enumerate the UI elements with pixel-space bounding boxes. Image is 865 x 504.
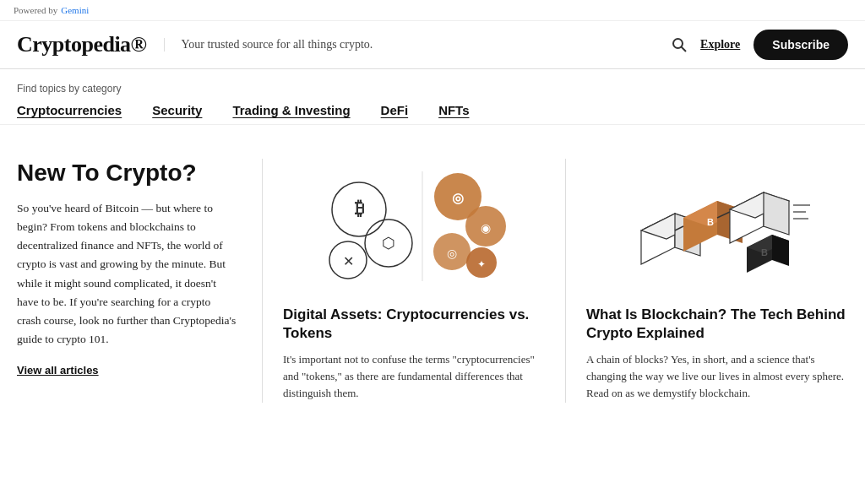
articles-area: ₿ ⬡ ✕ ◎ ◉ bbox=[262, 159, 848, 403]
subscribe-button[interactable]: Subscribe bbox=[753, 30, 848, 60]
article-digital-assets: ₿ ⬡ ✕ ◎ ◉ bbox=[262, 159, 545, 403]
article-digital-assets-image: ₿ ⬡ ✕ ◎ ◉ bbox=[283, 159, 545, 294]
category-label: Find topics by category bbox=[17, 83, 848, 95]
intro-body: So you've heard of Bitcoin — but where t… bbox=[17, 199, 237, 350]
coins-illustration: ₿ ⬡ ✕ ◎ ◉ bbox=[313, 163, 515, 290]
article-blockchain-body: A chain of blocks? Yes, in short, and a … bbox=[586, 351, 848, 402]
header-actions: Explore Subscribe bbox=[672, 30, 848, 60]
main-content: New To Crypto? So you've heard of Bitcoi… bbox=[0, 125, 865, 420]
header: Cryptopedia® Your trusted source for all… bbox=[0, 21, 865, 69]
svg-text:₿: ₿ bbox=[355, 198, 364, 219]
svg-text:✕: ✕ bbox=[343, 254, 354, 268]
category-trading-investing[interactable]: Trading & Investing bbox=[232, 103, 350, 117]
blockchain-illustration: B B bbox=[616, 163, 819, 290]
powered-by-text: Powered by bbox=[14, 5, 57, 15]
category-cryptocurrencies[interactable]: Cryptocurrencies bbox=[17, 103, 122, 117]
article-digital-assets-title: Digital Assets: Cryptocurrencies vs. Tok… bbox=[283, 306, 545, 343]
svg-marker-25 bbox=[764, 192, 789, 235]
gemini-link[interactable]: Gemini bbox=[61, 5, 89, 15]
svg-text:✦: ✦ bbox=[477, 258, 486, 270]
intro-panel: New To Crypto? So you've heard of Bitcoi… bbox=[17, 159, 262, 403]
article-blockchain: B B What I bbox=[565, 159, 848, 403]
category-section: Find topics by category Cryptocurrencies… bbox=[0, 69, 865, 125]
search-icon bbox=[672, 37, 687, 52]
intro-heading: New To Crypto? bbox=[17, 159, 237, 187]
category-defi[interactable]: DeFi bbox=[381, 103, 409, 117]
svg-line-1 bbox=[682, 47, 687, 52]
tagline: Your trusted source for all things crypt… bbox=[164, 38, 656, 51]
search-button[interactable] bbox=[672, 37, 687, 52]
svg-text:B: B bbox=[707, 217, 714, 227]
site-logo: Cryptopedia® bbox=[17, 32, 147, 57]
svg-text:◎: ◎ bbox=[447, 247, 457, 260]
svg-text:⬡: ⬡ bbox=[382, 235, 395, 252]
view-all-link[interactable]: View all articles bbox=[17, 364, 99, 377]
powered-bar: Powered by Gemini bbox=[0, 0, 865, 21]
svg-text:◎: ◎ bbox=[452, 191, 464, 205]
svg-text:◉: ◉ bbox=[481, 222, 491, 235]
svg-marker-34 bbox=[772, 235, 789, 266]
category-security[interactable]: Security bbox=[152, 103, 202, 117]
category-nfts[interactable]: NFTs bbox=[438, 103, 469, 117]
article-blockchain-image: B B bbox=[586, 159, 848, 294]
article-digital-assets-body: It's important not to confuse the terms … bbox=[283, 351, 545, 402]
svg-text:B: B bbox=[761, 247, 768, 257]
svg-point-0 bbox=[673, 39, 683, 48]
article-blockchain-title: What Is Blockchain? The Tech Behind Cryp… bbox=[586, 306, 848, 343]
category-nav: Cryptocurrencies Security Trading & Inve… bbox=[17, 103, 848, 117]
explore-button[interactable]: Explore bbox=[700, 38, 740, 51]
